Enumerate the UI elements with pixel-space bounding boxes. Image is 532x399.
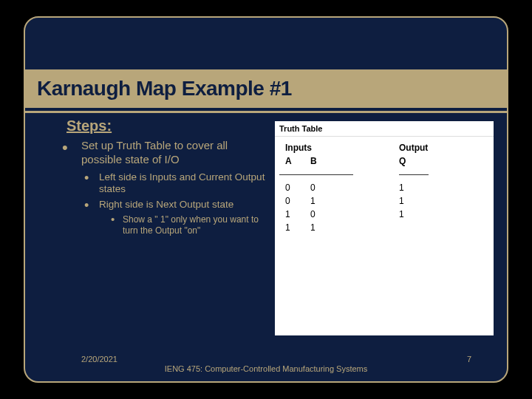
col-b: B [310,156,340,166]
rule-row [279,168,488,181]
table-header-groups: Inputs Output [279,141,488,154]
output-label: Output [399,143,430,153]
table-row: 0 0 1 [279,181,488,194]
slide: Karnaugh Map Example #1 Steps: Set up Tr… [24,16,508,383]
inputs-label: Inputs [279,143,310,153]
table-row: 1 0 1 [279,208,488,221]
footer-course: IENG 475: Computer-Controlled Manufactur… [25,364,507,374]
footer-page: 7 [467,355,471,364]
truth-table-title: Truth Table [275,121,494,137]
bullet-level2-b: Right side is Next Output state [83,199,266,211]
inputs-rule [279,174,353,175]
footer-date: 2/20/2021 [81,355,117,364]
col-a: A [279,156,310,166]
table-row: 1 1 [279,221,488,234]
bullet-level2-a: Left side is Inputs and Current Output s… [83,171,266,197]
truth-table-panel: Truth Table Inputs Output A B Q 0 0 [275,121,494,335]
output-rule [399,174,429,175]
slide-title: Karnaugh Map Example #1 [25,77,292,100]
table-row: 0 1 1 [279,194,488,208]
title-band: Karnaugh Map Example #1 [25,69,507,111]
steps-heading: Steps: [66,117,266,134]
table-header-cols: A B Q [279,154,488,168]
divider [25,111,507,113]
bullet-level1: Set up Truth Table to cover all possible… [66,139,266,167]
content-area: Steps: Set up Truth Table to cover all p… [66,117,266,239]
col-q: Q [399,156,430,166]
bullet-level3: Show a " 1" only when you want to turn t… [109,214,266,236]
truth-table-grid: Inputs Output A B Q 0 0 1 [275,137,494,234]
